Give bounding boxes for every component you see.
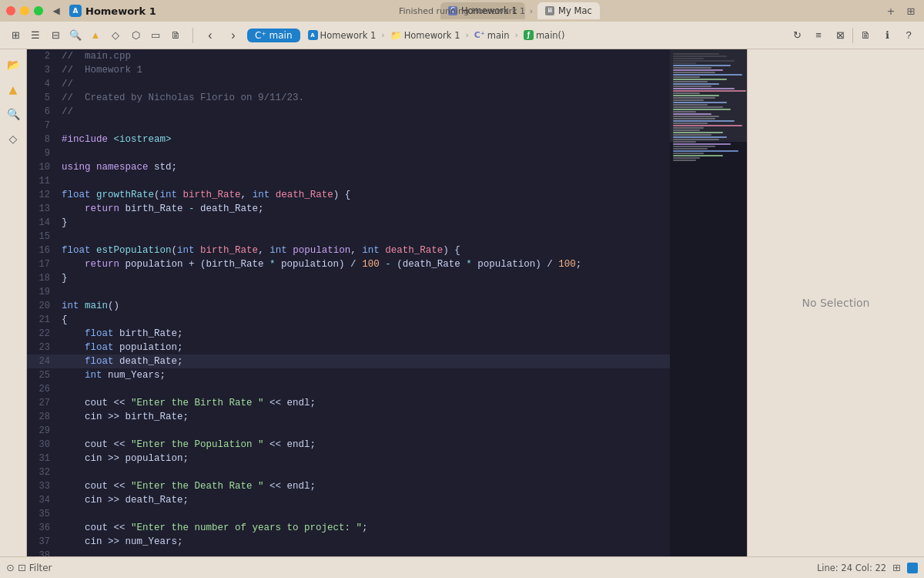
code-line-32: 32 [27,465,670,479]
filter-label: Filter [29,563,52,573]
warning-icon[interactable]: ▲ [86,26,105,45]
layout-icon[interactable]: ⊠ [831,26,849,45]
code-line-14: 14 } [27,216,670,230]
breadcrumb-xcode-icon: A [308,30,318,40]
code-line-4: 4 // [27,77,670,91]
nav-back-icon[interactable]: ◀ [49,4,63,18]
left-toolbar-icons: ⊞ ☰ ⊟ 🔍 ▲ ◇ ⬡ ▭ 🗎 [6,26,185,45]
breadcrumb-func[interactable]: ƒ main() [521,29,568,42]
reload-icon[interactable]: ↻ [788,26,806,45]
title-bar: ◀ A Homework 1 C Homework 1 › 🖥 My Mac F… [0,0,924,22]
active-tab-cpp[interactable]: C⁺ main [247,29,300,42]
breadcrumb-cpp-label: main [487,30,510,41]
help-circle-icon[interactable]: ⊙ [6,562,15,573]
code-line-37: 37 cin >> num_Years; [27,535,670,549]
add-tab-button[interactable]: + [884,4,898,18]
file-icon[interactable]: 🗎 [856,26,875,45]
doc-icon[interactable]: 🗎 [166,26,185,45]
window-controls [6,6,43,15]
code-line-11: 11 [27,174,670,188]
tab2-label: My Mac [558,5,592,16]
nav-back-editor-button[interactable]: ‹ [201,26,219,45]
app-title: A Homework 1 [69,5,156,17]
code-line-27: 27 cout << "Enter the Birth Rate " << en… [27,396,670,410]
code-line-12: 12 float growthRate(int birth_Rate, int … [27,188,670,202]
grid-icon[interactable]: ⊞ [6,26,25,45]
close-button[interactable] [6,6,15,15]
code-line-30: 30 cout << "Enter the Population " << en… [27,438,670,452]
breadcrumb-homework1[interactable]: A Homework 1 [305,29,380,42]
toolbar: ⊞ ☰ ⊟ 🔍 ▲ ◇ ⬡ ▭ 🗎 ‹ › C⁺ main A Homework… [0,22,924,49]
code-line-15: 15 [27,230,670,244]
minimap[interactable] [670,49,747,556]
title-bar-right: + ⊞ [884,4,918,18]
code-line-13: 13 return birth_Rate - death_Rate; [27,202,670,216]
code-line-29: 29 [27,424,670,438]
list-icon[interactable]: ☰ [26,26,45,45]
no-selection-label: No Selection [802,297,869,309]
breadcrumb-sep2: › [465,30,468,40]
code-line-23: 23 float population; [27,341,670,355]
sidebar-nav-icon[interactable]: 📂 [2,54,24,76]
inspector-panel: No Selection [747,49,924,556]
run-status: Finished running Homework 1 [399,6,525,16]
breadcrumb: A Homework 1 › 📁 Homework 1 › C⁺ main › … [305,29,568,42]
code-line-21: 21 { [27,313,670,327]
table-icon[interactable]: ⊟ [46,26,65,45]
code-line-20: 20 int main() [27,299,670,313]
breadcrumb-cpp-icon: C⁺ [474,30,485,40]
breadcrumb-folder[interactable]: 📁 Homework 1 [387,29,464,42]
code-line-28: 28 cin >> birth_Rate; [27,410,670,424]
code-line-26: 26 [27,382,670,396]
search-toolbar-icon[interactable]: 🔍 [66,26,85,45]
tab-separator: › [527,6,536,16]
tab-mac-icon: 🖥 [545,6,554,15]
breadcrumb-folder-icon: 📁 [390,30,402,41]
info-icon[interactable]: ℹ [878,26,896,45]
code-line-33: 33 cout << "Enter the Death Rate " << en… [27,479,670,493]
breadcrumb-func-icon: ƒ [524,30,534,40]
lines-icon[interactable]: ≡ [809,26,828,45]
split-view-icon[interactable]: ⊞ [904,4,918,18]
maximize-button[interactable] [34,6,43,15]
layout-resize-icon[interactable]: ⊞ [892,562,901,573]
code-line-34: 34 cin >> death_Rate; [27,493,670,507]
breadcrumb-cpp[interactable]: C⁺ main [471,29,513,42]
rect-icon[interactable]: ▭ [146,26,165,45]
code-line-8: 8 #include <iostream> [27,133,670,146]
main-content: 📂 ▲ 🔍 ◇ 2 // main.cpp 3 // Homework 1 4 … [0,49,924,556]
app-name-label: Homework 1 [85,5,156,17]
code-line-38: 38 [27,549,670,556]
sidebar-bookmark-icon[interactable]: ◇ [2,128,24,150]
xcode-icon: A [69,5,82,17]
code-line-17: 17 return population + (birth_Rate * pop… [27,257,670,271]
code-line-24: 24 float death_Rate; [27,355,670,368]
bookmark-icon[interactable]: ◇ [106,26,125,45]
toolbar-right: ↻ ≡ ⊠ 🗎 ℹ ? [788,26,918,45]
code-line-18: 18 } [27,271,670,285]
editor-area: 2 // main.cpp 3 // Homework 1 4 // 5 // … [27,49,747,556]
breadcrumb-hw1-label: Homework 1 [320,30,377,41]
code-line-25: 25 int num_Years; [27,368,670,382]
code-line-9: 9 [27,146,670,160]
nav-fwd-editor-button[interactable]: › [224,26,243,45]
status-indicator [907,563,918,573]
code-editor[interactable]: 2 // main.cpp 3 // Homework 1 4 // 5 // … [27,49,670,556]
active-tab-label: C⁺ main [255,30,293,41]
code-line-5: 5 // Created by Nicholas Florio on 9/11/… [27,91,670,105]
sidebar-warning-icon[interactable]: ▲ [2,79,24,100]
link-icon[interactable]: ⬡ [126,26,145,45]
help-icon[interactable]: ? [899,26,918,45]
left-sidebar: 📂 ▲ 🔍 ◇ [0,49,27,556]
breadcrumb-func-label: main() [536,30,565,41]
minimize-button[interactable] [20,6,29,15]
code-line-10: 10 using namespace std; [27,160,670,174]
code-line-6: 6 // [27,105,670,119]
toolbar-divider2 [852,28,853,43]
code-line-2: 2 // main.cpp [27,49,670,63]
filter-icon[interactable]: ⊡ [18,562,26,573]
code-line-3: 3 // Homework 1 [27,63,670,77]
code-line-22: 22 float birth_Rate; [27,327,670,341]
tab-mymac[interactable]: 🖥 My Mac [537,2,600,19]
sidebar-search-icon[interactable]: 🔍 [2,103,24,125]
